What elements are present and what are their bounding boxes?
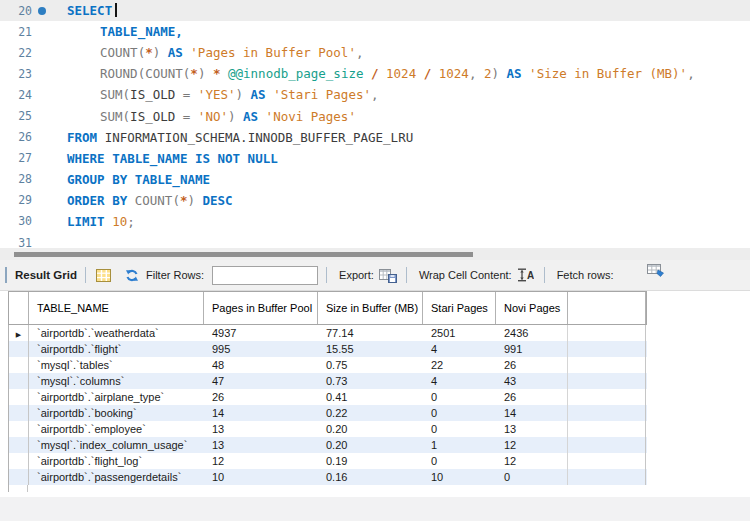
- cell-stari-pages[interactable]: 0: [423, 421, 496, 437]
- column-header-pages-in-buffer-pool[interactable]: Pages in Buffer Pool: [204, 292, 318, 324]
- cell-pages-in-buffer-pool[interactable]: 14: [204, 405, 318, 421]
- cell-size-in-buffer-mb[interactable]: 0.19: [318, 453, 423, 469]
- cell-stari-pages[interactable]: 1: [423, 437, 496, 453]
- table-row[interactable]: `mysql`.`columns`470.73443: [9, 373, 647, 389]
- table-row[interactable]: `airportdb`.`flight`99515.554991: [9, 341, 647, 357]
- table-row[interactable]: `airportdb`.`airplane_type`260.41026: [9, 389, 647, 405]
- filler-cell[interactable]: [568, 357, 646, 373]
- cell-size-in-buffer-mb[interactable]: 0.41: [318, 389, 423, 405]
- filler-cell[interactable]: [568, 325, 646, 341]
- editor-line-22[interactable]: 22COUNT(*) AS 'Pages in Buffer Pool',: [0, 42, 750, 63]
- table-row[interactable]: `airportdb`.`booking`140.22014: [9, 405, 647, 421]
- filler-cell[interactable]: [568, 405, 646, 421]
- table-row[interactable]: `mysql`.`tables`480.752226: [9, 357, 647, 373]
- row-selector[interactable]: [9, 437, 29, 453]
- sql-editor[interactable]: 20SELECT21TABLE_NAME,22COUNT(*) AS 'Page…: [0, 0, 750, 248]
- cell-pages-in-buffer-pool[interactable]: 26: [204, 389, 318, 405]
- result-grid-icon[interactable]: [94, 266, 114, 284]
- editor-line-30[interactable]: 30LIMIT 10;: [0, 211, 750, 232]
- wrap-cell-content-icon[interactable]: A: [516, 266, 536, 284]
- fetch-rows-icon[interactable]: [646, 262, 666, 280]
- cell-table-name[interactable]: `airportdb`.`weatherdata`: [29, 325, 204, 341]
- cell-stari-pages[interactable]: 4: [423, 341, 496, 357]
- filler-cell[interactable]: [568, 469, 646, 485]
- cell-novi-pages[interactable]: 14: [496, 405, 568, 421]
- export-icon[interactable]: [378, 266, 398, 284]
- cell-pages-in-buffer-pool[interactable]: 995: [204, 341, 318, 357]
- cell-stari-pages[interactable]: 0: [423, 405, 496, 421]
- cell-novi-pages[interactable]: 12: [496, 437, 568, 453]
- filter-rows-input[interactable]: [212, 266, 318, 285]
- cell-pages-in-buffer-pool[interactable]: 12: [204, 453, 318, 469]
- editor-line-21[interactable]: 21TABLE_NAME,: [0, 21, 750, 42]
- table-row[interactable]: `airportdb`.`flight_log`120.19012: [9, 453, 647, 469]
- cell-size-in-buffer-mb[interactable]: 0.20: [318, 437, 423, 453]
- cell-table-name[interactable]: `airportdb`.`airplane_type`: [29, 389, 204, 405]
- cell-stari-pages[interactable]: 4: [423, 373, 496, 389]
- column-header-novi-pages[interactable]: Novi Pages: [496, 292, 568, 324]
- cell-pages-in-buffer-pool[interactable]: 48: [204, 357, 318, 373]
- row-selector[interactable]: [9, 373, 29, 389]
- column-header-stari-pages[interactable]: Stari Pages: [423, 292, 496, 324]
- editor-line-24[interactable]: 24SUM(IS_OLD = 'YES') AS 'Stari Pages',: [0, 84, 750, 105]
- cell-size-in-buffer-mb[interactable]: 0.20: [318, 421, 423, 437]
- editor-horizontal-scrollbar[interactable]: [0, 248, 750, 260]
- cell-stari-pages[interactable]: 22: [423, 357, 496, 373]
- cell-stari-pages[interactable]: 0: [423, 453, 496, 469]
- cell-table-name[interactable]: `mysql`.`columns`: [29, 373, 204, 389]
- filler-cell[interactable]: [568, 373, 646, 389]
- scrollbar-thumb[interactable]: [14, 252, 473, 257]
- cell-size-in-buffer-mb[interactable]: 0.75: [318, 357, 423, 373]
- cell-pages-in-buffer-pool[interactable]: 4937: [204, 325, 318, 341]
- cell-table-name[interactable]: `mysql`.`index_column_usage`: [29, 437, 204, 453]
- cell-table-name[interactable]: `airportdb`.`booking`: [29, 405, 204, 421]
- cell-pages-in-buffer-pool[interactable]: 13: [204, 421, 318, 437]
- cell-novi-pages[interactable]: 0: [496, 469, 568, 485]
- cell-stari-pages[interactable]: 10: [423, 469, 496, 485]
- cell-novi-pages[interactable]: 26: [496, 357, 568, 373]
- row-selector[interactable]: [9, 357, 29, 373]
- cell-stari-pages[interactable]: 2501: [423, 325, 496, 341]
- cell-table-name[interactable]: `mysql`.`tables`: [29, 357, 204, 373]
- editor-line-26[interactable]: 26FROM INFORMATION_SCHEMA.INNODB_BUFFER_…: [0, 127, 750, 148]
- cell-pages-in-buffer-pool[interactable]: 10: [204, 469, 318, 485]
- cell-pages-in-buffer-pool[interactable]: 13: [204, 437, 318, 453]
- cell-table-name[interactable]: `airportdb`.`passengerdetails`: [29, 469, 204, 485]
- cell-novi-pages[interactable]: 43: [496, 373, 568, 389]
- row-selector[interactable]: [9, 341, 29, 357]
- editor-line-20[interactable]: 20SELECT: [0, 0, 750, 21]
- cell-size-in-buffer-mb[interactable]: 0.73: [318, 373, 423, 389]
- cell-table-name[interactable]: `airportdb`.`flight`: [29, 341, 204, 357]
- cell-table-name[interactable]: `airportdb`.`employee`: [29, 421, 204, 437]
- filler-cell[interactable]: [568, 453, 646, 469]
- cell-novi-pages[interactable]: 2436: [496, 325, 568, 341]
- table-row[interactable]: `airportdb`.`employee`130.20013: [9, 421, 647, 437]
- table-row[interactable]: `airportdb`.`passengerdetails`100.16100: [9, 469, 647, 485]
- cell-novi-pages[interactable]: 13: [496, 421, 568, 437]
- cell-stari-pages[interactable]: 0: [423, 389, 496, 405]
- filler-cell[interactable]: [568, 341, 646, 357]
- cell-table-name[interactable]: `airportdb`.`flight_log`: [29, 453, 204, 469]
- cell-novi-pages[interactable]: 12: [496, 453, 568, 469]
- editor-line-29[interactable]: 29ORDER BY COUNT(*) DESC: [0, 190, 750, 211]
- editor-line-27[interactable]: 27WHERE TABLE_NAME IS NOT NULL: [0, 148, 750, 169]
- cell-size-in-buffer-mb[interactable]: 15.55: [318, 341, 423, 357]
- editor-line-28[interactable]: 28GROUP BY TABLE_NAME: [0, 169, 750, 190]
- column-header-size-in-buffer-mb[interactable]: Size in Buffer (MB): [318, 292, 423, 324]
- cell-size-in-buffer-mb[interactable]: 77.14: [318, 325, 423, 341]
- editor-line-31[interactable]: 31: [0, 232, 750, 248]
- filler-cell[interactable]: [568, 437, 646, 453]
- row-selector[interactable]: ▶: [9, 325, 29, 341]
- row-selector[interactable]: [9, 453, 29, 469]
- editor-line-25[interactable]: 25SUM(IS_OLD = 'NO') AS 'Novi Pages': [0, 105, 750, 126]
- column-header-table-name[interactable]: TABLE_NAME: [29, 292, 204, 324]
- row-selector[interactable]: [9, 405, 29, 421]
- row-selector[interactable]: [9, 389, 29, 405]
- cell-novi-pages[interactable]: 26: [496, 389, 568, 405]
- filler-cell[interactable]: [568, 389, 646, 405]
- row-selector[interactable]: [9, 469, 29, 485]
- cell-novi-pages[interactable]: 991: [496, 341, 568, 357]
- cell-size-in-buffer-mb[interactable]: 0.16: [318, 469, 423, 485]
- table-row[interactable]: `mysql`.`index_column_usage`130.20112: [9, 437, 647, 453]
- row-selector[interactable]: [9, 421, 29, 437]
